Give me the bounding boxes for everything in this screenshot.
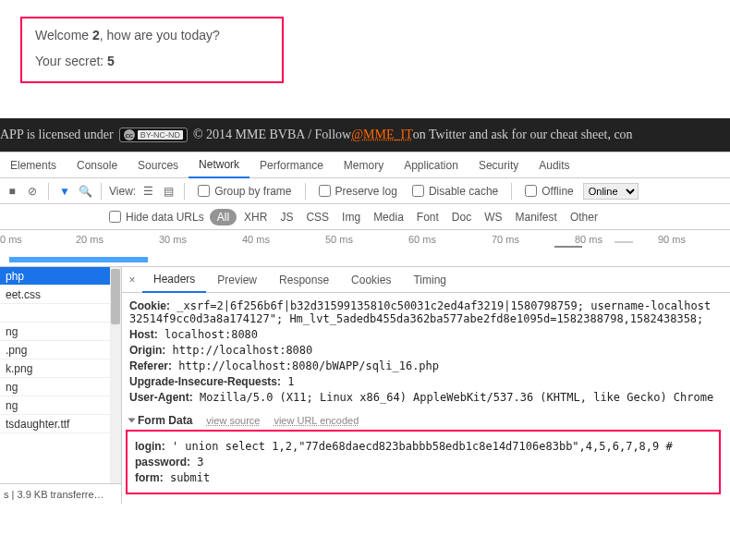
status-bar: s | 3.9 KB transferre… (0, 483, 121, 504)
network-filters: Hide data URLs All XHR JS CSS Img Media … (0, 204, 730, 230)
timeline-tick: 20 ms (76, 234, 103, 245)
cc-badge: cc BY-NC-ND (119, 128, 188, 142)
separator (48, 183, 49, 200)
request-row[interactable]: ng (0, 378, 110, 396)
footer-text-before: APP is licensed under (0, 128, 114, 142)
welcome-user: 2 (92, 28, 100, 43)
filter-all[interactable]: All (210, 209, 237, 225)
close-icon[interactable]: × (122, 274, 142, 286)
filter-js[interactable]: JS (274, 209, 299, 225)
filter-other[interactable]: Other (564, 209, 604, 225)
request-row[interactable]: ng (0, 323, 110, 341)
tab-audits[interactable]: Audits (529, 152, 579, 178)
header-origin: Origin: http://localhost:8080 (129, 344, 723, 357)
offline-checkbox[interactable]: Offline (519, 185, 578, 198)
view-frames-icon[interactable]: ▤ (160, 183, 176, 200)
filter-doc[interactable]: Doc (445, 209, 478, 225)
scrollbar[interactable] (110, 267, 121, 483)
detail-tabs: × Headers Preview Response Cookies Timin… (122, 267, 730, 293)
timeline-bar (554, 246, 582, 248)
view-url-encoded-link[interactable]: view URL encoded (274, 415, 359, 426)
detail-tab-timing[interactable]: Timing (402, 267, 457, 293)
header-ua: User-Agent: Mozilla/5.0 (X11; Linux x86_… (129, 391, 723, 404)
group-by-frame-checkbox[interactable]: Group by frame (192, 185, 297, 198)
filter-media[interactable]: Media (367, 209, 410, 225)
network-timeline[interactable]: 0 ms 20 ms 30 ms 40 ms 50 ms 60 ms 70 ms… (0, 230, 730, 267)
twitter-link[interactable]: @MME_IT (351, 128, 413, 142)
search-icon[interactable]: 🔍 (77, 183, 93, 200)
detail-tab-cookies[interactable]: Cookies (340, 267, 402, 293)
request-row[interactable]: k.png (0, 359, 110, 378)
form-password: password: 3 (135, 456, 712, 469)
form-login: login: ' union select 1,2,"77de68daecd82… (135, 440, 712, 453)
page-content: Welcome 2, how are you today? Your secre… (0, 0, 730, 83)
welcome-suffix: , how are you today? (100, 28, 220, 43)
filter-manifest[interactable]: Manifest (509, 209, 564, 225)
filter-xhr[interactable]: XHR (237, 209, 274, 225)
filter-img[interactable]: Img (335, 209, 367, 225)
header-host: Host: localhost:8080 (129, 328, 723, 341)
devtools-tabs: Elements Console Sources Network Perform… (0, 152, 730, 178)
tab-performance[interactable]: Performance (249, 152, 334, 178)
preserve-log-checkbox[interactable]: Preserve log (313, 185, 403, 198)
filter-icon[interactable]: ▼ (56, 183, 73, 200)
view-list-icon[interactable]: ☰ (140, 183, 156, 200)
scrollbar-thumb[interactable] (111, 269, 120, 324)
license-footer: APP is licensed under cc BY-NC-ND © 2014… (0, 118, 730, 152)
request-row[interactable]: php (0, 267, 110, 286)
request-list: php eet.css ng .png k.png ng ng tsdaught… (0, 267, 122, 504)
welcome-line: Welcome 2, how are you today? (35, 28, 269, 43)
tab-sources[interactable]: Sources (128, 152, 189, 178)
timeline-tick: 70 ms (492, 234, 519, 245)
secret-prefix: Your secret: (35, 54, 107, 68)
cc-label: BY-NC-ND (138, 130, 183, 140)
request-row[interactable]: .png (0, 341, 110, 359)
clear-icon[interactable]: ⊘ (24, 183, 41, 200)
form-form: form: submit (135, 471, 712, 484)
timeline-bar (9, 257, 148, 262)
tab-console[interactable]: Console (67, 152, 128, 178)
request-row[interactable]: tsdaughter.ttf (0, 415, 110, 433)
timeline-tick: 60 ms (408, 234, 436, 245)
request-row[interactable]: eet.css (0, 286, 110, 304)
footer-text-after1: © 2014 MME BVBA / Follow (193, 128, 351, 142)
online-select[interactable]: Online (583, 183, 639, 200)
header-referer: Referer: http://localhost:8080/bWAPP/sql… (129, 359, 723, 372)
chevron-down-icon (128, 419, 136, 423)
request-row[interactable]: ng (0, 396, 110, 415)
disable-cache-checkbox[interactable]: Disable cache (407, 185, 504, 198)
separator (305, 183, 306, 200)
timeline-tick: 80 ms (575, 234, 602, 245)
timeline-tick: 50 ms (325, 234, 353, 245)
filter-css[interactable]: CSS (299, 209, 335, 225)
cc-icon: cc (124, 129, 135, 140)
filter-ws[interactable]: WS (478, 209, 508, 225)
tab-security[interactable]: Security (468, 152, 529, 178)
tab-application[interactable]: Application (394, 152, 468, 178)
record-icon[interactable]: ■ (4, 183, 20, 200)
tab-elements[interactable]: Elements (0, 152, 67, 178)
tab-memory[interactable]: Memory (334, 152, 394, 178)
separator (184, 183, 185, 200)
hide-data-urls-checkbox[interactable]: Hide data URLs (103, 211, 210, 224)
secret-line: Your secret: 5 (35, 54, 269, 68)
separator (511, 183, 512, 200)
form-data-section-head[interactable]: Form Data view source view URL encoded (129, 411, 723, 430)
footer-text-after2: on Twitter and ask for our cheat sheet, … (413, 128, 633, 142)
timeline-tick: 0 ms (0, 234, 22, 245)
headers-content: Cookie: _xsrf=2|6f256b6f|b32d31599135810… (122, 293, 730, 504)
tab-network[interactable]: Network (189, 152, 249, 178)
request-row[interactable] (0, 304, 110, 323)
header-cookie: Cookie: _xsrf=2|6f256b6f|b32d31599135810… (129, 299, 723, 325)
secret-value: 5 (107, 54, 115, 68)
header-uir: Upgrade-Insecure-Requests: 1 (129, 375, 723, 388)
view-source-link[interactable]: view source (206, 415, 260, 426)
separator (101, 183, 102, 200)
view-label: View: (109, 185, 136, 198)
detail-tab-headers[interactable]: Headers (142, 267, 206, 293)
filter-font[interactable]: Font (410, 209, 445, 225)
request-detail: × Headers Preview Response Cookies Timin… (122, 267, 730, 504)
detail-tab-preview[interactable]: Preview (206, 267, 268, 293)
detail-tab-response[interactable]: Response (268, 267, 340, 293)
network-toolbar: ■ ⊘ ▼ 🔍 View: ☰ ▤ Group by frame Preserv… (0, 178, 730, 204)
